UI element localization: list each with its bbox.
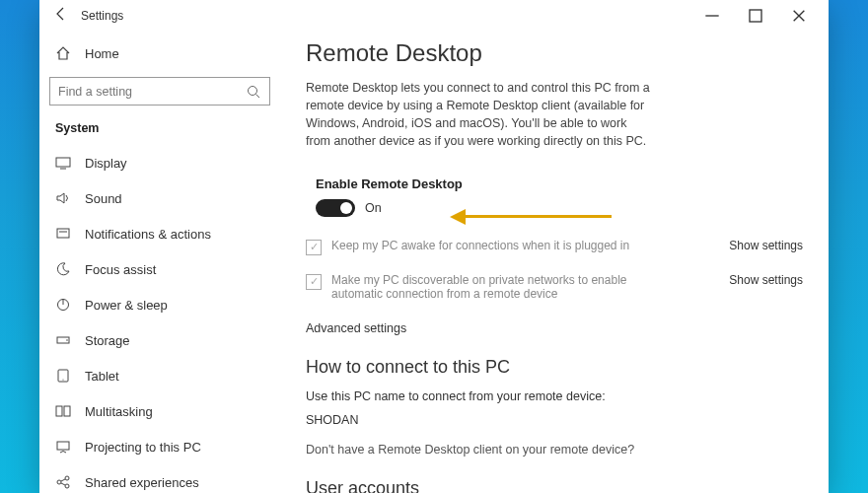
sidebar-item-label: Notifications & actions [85, 227, 211, 242]
page-title: Remote Desktop [306, 39, 803, 67]
sidebar-item-label: Storage [85, 333, 130, 348]
svg-rect-16 [56, 406, 62, 416]
main-panel: Remote Desktop Remote Desktop lets you c… [280, 32, 829, 493]
multitasking-icon [55, 403, 71, 419]
page-description: Remote Desktop lets you connect to and c… [306, 79, 651, 151]
svg-point-13 [66, 340, 68, 342]
svg-point-15 [62, 380, 63, 381]
sidebar: Home Find a setting System Display Sound… [39, 32, 280, 493]
sidebar-item-label: Display [85, 156, 127, 171]
window-title: Settings [81, 9, 123, 23]
sidebar-nav: Display Sound Notifications & actions Fo… [49, 145, 270, 493]
title-bar: Settings [39, 0, 829, 32]
sidebar-item-projecting[interactable]: Projecting to this PC [49, 429, 270, 464]
toggle-state-label: On [365, 201, 382, 215]
minimize-button[interactable] [690, 1, 734, 31]
shared-icon [55, 474, 71, 490]
sidebar-group-heading: System [49, 119, 270, 145]
sidebar-item-label: Power & sleep [85, 298, 168, 313]
tablet-icon [55, 368, 71, 384]
svg-line-5 [256, 94, 260, 98]
sidebar-home[interactable]: Home [49, 37, 270, 69]
home-label: Home [85, 46, 119, 61]
enable-remote-desktop-toggle[interactable] [316, 199, 355, 217]
sidebar-item-shared-experiences[interactable]: Shared experiences [49, 464, 270, 493]
svg-rect-17 [64, 406, 70, 416]
sidebar-item-label: Sound [85, 191, 122, 206]
no-client-question: Don't have a Remote Desktop client on yo… [306, 443, 803, 457]
svg-rect-1 [750, 10, 761, 22]
moon-icon [55, 261, 71, 277]
sidebar-item-label: Focus assist [85, 262, 156, 277]
advanced-settings-link[interactable]: Advanced settings [306, 321, 406, 335]
discoverable-label: Make my PC discoverable on private netwo… [331, 273, 661, 301]
sidebar-item-storage[interactable]: Storage [49, 322, 270, 358]
keep-awake-checkbox[interactable]: ✓ [306, 240, 322, 255]
discoverable-checkbox[interactable]: ✓ [306, 274, 322, 290]
notifications-icon [55, 226, 71, 242]
projecting-icon [55, 439, 71, 455]
svg-rect-8 [57, 229, 69, 238]
sidebar-item-sound[interactable]: Sound [49, 180, 270, 216]
settings-window: Settings Home Find a setting System Disp… [39, 0, 829, 493]
svg-rect-18 [57, 442, 69, 450]
search-icon [246, 84, 261, 100]
sidebar-item-label: Multitasking [85, 404, 153, 419]
keep-awake-label: Keep my PC awake for connections when it… [331, 239, 629, 252]
sidebar-item-power-sleep[interactable]: Power & sleep [49, 287, 270, 322]
user-accounts-heading: User accounts [306, 478, 803, 494]
sidebar-item-label: Shared experiences [85, 475, 199, 490]
power-icon [55, 297, 71, 313]
connect-heading: How to connect to this PC [306, 357, 803, 378]
pc-name: SHODAN [306, 413, 803, 427]
enable-remote-desktop-label: Enable Remote Desktop [316, 176, 463, 191]
svg-point-21 [65, 484, 69, 488]
svg-line-23 [61, 483, 65, 485]
sound-icon [55, 190, 71, 206]
sidebar-item-display[interactable]: Display [49, 145, 270, 180]
home-icon [55, 45, 71, 61]
keep-awake-show-settings[interactable]: Show settings [729, 239, 803, 252]
discoverable-show-settings[interactable]: Show settings [729, 273, 803, 287]
svg-point-20 [65, 476, 69, 480]
sidebar-item-label: Tablet [85, 369, 119, 384]
maximize-button[interactable] [734, 1, 777, 31]
svg-rect-6 [56, 158, 70, 167]
close-button[interactable] [777, 1, 821, 31]
display-icon [55, 155, 71, 171]
svg-point-4 [249, 86, 257, 95]
svg-point-19 [57, 480, 61, 484]
sidebar-item-focus-assist[interactable]: Focus assist [49, 251, 270, 287]
connect-sub: Use this PC name to connect from your re… [306, 389, 803, 403]
sidebar-item-label: Projecting to this PC [85, 440, 201, 455]
search-input[interactable]: Find a setting [49, 77, 270, 106]
storage-icon [55, 332, 71, 348]
svg-line-22 [61, 479, 65, 481]
sidebar-item-notifications[interactable]: Notifications & actions [49, 216, 270, 251]
search-placeholder: Find a setting [58, 85, 132, 99]
sidebar-item-multitasking[interactable]: Multitasking [49, 393, 270, 429]
sidebar-item-tablet[interactable]: Tablet [49, 358, 270, 393]
back-button[interactable] [47, 6, 75, 26]
